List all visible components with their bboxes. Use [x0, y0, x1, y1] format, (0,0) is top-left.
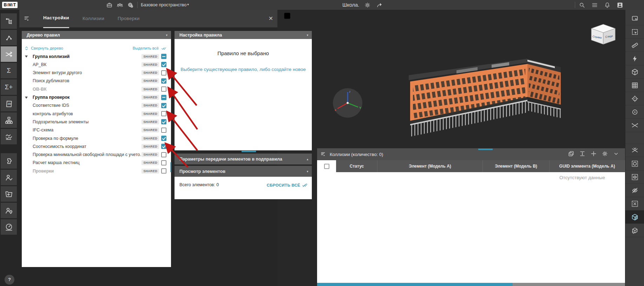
tree-item-checkbox[interactable]	[161, 128, 166, 133]
split-view-button[interactable]	[590, 150, 597, 158]
summary-tool[interactable]: Σ	[1, 63, 17, 78]
gear-button[interactable]	[363, 1, 371, 9]
tree-item-checkbox[interactable]	[161, 119, 166, 124]
3d-viewport[interactable]: Справа Сзади z x Y	[277, 10, 625, 286]
no-rule-hint[interactable]: Выберите существующее правило, либо созд…	[175, 67, 312, 72]
user-check-tool[interactable]	[1, 170, 17, 185]
collapse-button[interactable]	[613, 150, 619, 158]
screenshot-frame-icon[interactable]	[283, 12, 291, 20]
panel-drag-handle[interactable]	[478, 149, 493, 150]
collapse-tree-link[interactable]: Свернуть дерево	[24, 46, 63, 51]
tree-item-row[interactable]: АР_ВКSHARED	[22, 60, 171, 69]
charts-tool[interactable]	[1, 129, 17, 144]
tab-Проверки[interactable]: Проверки	[118, 10, 140, 27]
quick-tools-tool[interactable]	[625, 52, 644, 65]
rule-settings-header[interactable]: Настройка правила ▾	[175, 31, 312, 39]
list-button[interactable]	[591, 1, 598, 9]
tree-item-row[interactable]: Подозрительные элементыSHARED	[22, 118, 171, 126]
tree-item-row[interactable]: Проверка минимальной свободной площади с…	[22, 151, 171, 159]
panel-menu-icon[interactable]	[320, 151, 327, 157]
dependencies-tool[interactable]	[1, 30, 17, 45]
tree-item-checkbox[interactable]	[161, 136, 166, 141]
tab-Коллизии[interactable]: Коллизии	[83, 10, 104, 27]
settings-button[interactable]	[602, 150, 608, 158]
tree-item-checkbox[interactable]	[161, 168, 166, 174]
navigation-cube[interactable]: Справа Сзади	[587, 22, 619, 46]
tree-item-checkbox[interactable]	[161, 144, 166, 149]
workspace-chevron-down-icon[interactable]: ▾	[187, 0, 189, 10]
axis-gizmo[interactable]: z x Y	[332, 87, 363, 118]
tree-item-row[interactable]: Соотносимость координатSHARED	[22, 142, 171, 150]
share-button[interactable]	[375, 1, 383, 9]
panel-drag-handle[interactable]	[242, 151, 256, 152]
scrollbar-thumb[interactable]	[317, 283, 513, 286]
tree-item-checkbox[interactable]	[161, 111, 166, 116]
section-box-tool[interactable]	[625, 65, 644, 79]
tree-item-row[interactable]: Соответствие IDSSHARED	[22, 102, 171, 110]
team-button[interactable]	[116, 1, 124, 9]
bimit-logo[interactable]: BiMiT	[2, 2, 18, 8]
select-all-checkbox[interactable]	[324, 164, 329, 169]
dashboard-tool[interactable]	[1, 219, 17, 235]
building-model[interactable]	[404, 52, 569, 138]
tree-item-row[interactable]: Группа проверокSHARED	[22, 93, 171, 102]
row-height-button[interactable]	[579, 150, 586, 158]
account-button[interactable]	[616, 1, 624, 9]
marker-circle-tool[interactable]	[625, 105, 644, 119]
help-button[interactable]: ?	[5, 275, 14, 285]
tree-item-checkbox[interactable]	[161, 95, 166, 100]
clip-half-tool[interactable]	[625, 210, 644, 224]
tree-item-checkbox[interactable]	[161, 160, 166, 165]
tab-Настройки[interactable]: Настройки	[43, 9, 69, 28]
tree-item-row[interactable]: Элемент внтури другогоSHARED	[22, 69, 171, 77]
tree-item-row[interactable]: контроль атрибутовSHARED	[22, 110, 171, 118]
restore-view-tool[interactable]	[625, 224, 644, 237]
horizontal-scrollbar[interactable]	[317, 283, 625, 286]
tree-item-row[interactable]: ПроверкиSHARED	[22, 167, 171, 175]
search-button[interactable]	[578, 1, 586, 9]
tree-scrollbar-thumb[interactable]	[170, 162, 171, 172]
tree-item-row[interactable]: IFC-схемаSHARED	[22, 126, 171, 134]
copy-rows-button[interactable]	[568, 150, 574, 158]
summary-add-tool[interactable]: Σ+	[1, 79, 17, 95]
section-cut-tool[interactable]	[625, 144, 644, 157]
tree-item-checkbox[interactable]	[161, 86, 166, 92]
tree-item-row[interactable]: Расчет марша лестницSHARED	[22, 159, 171, 167]
focus-target-tool[interactable]	[625, 92, 644, 105]
tree-item-row[interactable]: ОВ-ВКSHARED	[22, 85, 171, 93]
structure-tool[interactable]	[1, 112, 17, 128]
rules-tree-header[interactable]: Дерево правил ▾	[22, 31, 171, 39]
expand-triangle-icon[interactable]	[25, 97, 28, 99]
panel-menu-icon[interactable]	[24, 15, 31, 22]
table-column-header[interactable]: GUID элемента (Модель A)	[550, 160, 625, 172]
tree-item-checkbox[interactable]	[161, 78, 166, 84]
orbit-tool[interactable]	[625, 12, 644, 25]
tree-item-checkbox[interactable]	[161, 70, 166, 76]
expand-triangle-icon[interactable]	[25, 56, 28, 58]
hide-elements-tool[interactable]	[625, 184, 644, 197]
deselect-elements-tool[interactable]	[625, 197, 644, 210]
notifications-button[interactable]	[603, 1, 611, 9]
tree-item-row[interactable]: Проверка по формулеSHARED	[22, 134, 171, 142]
table-column-header[interactable]: Элемент (Модель A)	[377, 160, 483, 172]
isolate-elements-tool[interactable]	[625, 157, 644, 170]
view-elements-section[interactable]: Просмотр элементов ▾	[175, 166, 312, 177]
export-folder-tool[interactable]	[1, 186, 17, 202]
collisions-tool[interactable]	[1, 46, 17, 62]
transfer-params-section[interactable]: Параметры передачи элементов в подправил…	[175, 154, 312, 164]
grid-table-tool[interactable]	[625, 79, 644, 92]
table-column-header[interactable]: Статус	[336, 160, 377, 172]
user-location-tool[interactable]	[1, 203, 17, 218]
sheet-2d-tool[interactable]: 2D	[1, 96, 17, 111]
tree-item-checkbox[interactable]	[161, 152, 166, 157]
tree-item-checkbox[interactable]	[161, 103, 166, 108]
globe-user-button[interactable]	[126, 1, 134, 9]
model-tree-tool[interactable]	[1, 13, 17, 29]
measure-tool[interactable]	[625, 39, 644, 52]
select-all-link[interactable]: Выделить всё	[133, 46, 166, 51]
tree-item-checkbox[interactable]	[161, 62, 166, 67]
tree-item-row[interactable]: Поиск дубликатовSHARED	[22, 77, 171, 85]
plugins-tool[interactable]	[1, 153, 17, 169]
workspace-selector[interactable]: Базовое пространство	[141, 0, 186, 10]
briefcase-button[interactable]	[105, 1, 113, 9]
